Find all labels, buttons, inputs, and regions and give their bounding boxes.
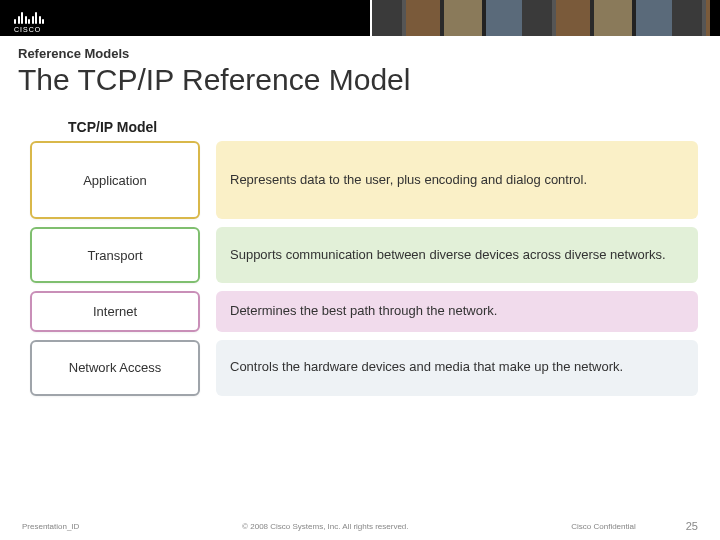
layer-desc: Controls the hardware devices and media … (216, 340, 698, 396)
top-bar: CISCO (0, 0, 720, 36)
layer-row-transport: Transport Supports communication between… (30, 227, 698, 283)
cisco-bars-icon (14, 4, 44, 24)
layer-row-internet: Internet Determines the best path throug… (30, 291, 698, 332)
cisco-logo: CISCO (14, 4, 44, 33)
layer-row-application: Application Represents data to the user,… (30, 141, 698, 219)
brand-text: CISCO (14, 26, 41, 33)
slide-title: The TCP/IP Reference Model (18, 63, 720, 97)
layer-desc: Determines the best path through the net… (216, 291, 698, 332)
tcpip-diagram: TCP/IP Model Application Represents data… (30, 119, 698, 396)
layer-desc: Supports communication between diverse d… (216, 227, 698, 283)
layer-box: Network Access (30, 340, 200, 396)
confidential-label: Cisco Confidential (571, 522, 635, 531)
model-title: TCP/IP Model (68, 119, 698, 135)
photo-strip (370, 0, 710, 36)
presentation-id: Presentation_ID (22, 522, 79, 531)
layer-box: Internet (30, 291, 200, 332)
layer-row-network-access: Network Access Controls the hardware dev… (30, 340, 698, 396)
copyright: © 2008 Cisco Systems, Inc. All rights re… (79, 522, 571, 531)
slide-footer: Presentation_ID © 2008 Cisco Systems, In… (0, 520, 720, 532)
layer-box: Transport (30, 227, 200, 283)
page-number: 25 (686, 520, 698, 532)
layer-box: Application (30, 141, 200, 219)
pre-title: Reference Models (18, 46, 720, 61)
slide-header: Reference Models The TCP/IP Reference Mo… (0, 36, 720, 101)
layer-desc: Represents data to the user, plus encodi… (216, 141, 698, 219)
